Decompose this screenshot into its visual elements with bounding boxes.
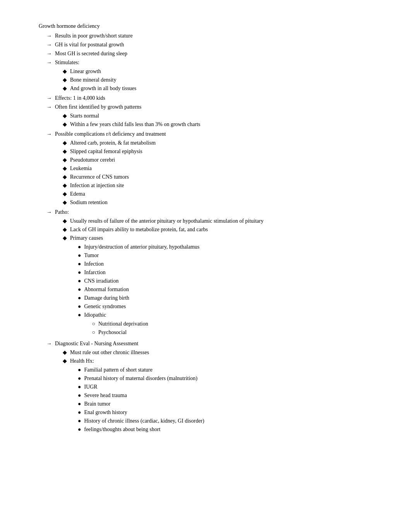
- item-text: GH is vital for postnatal growth: [55, 41, 380, 49]
- arrow-icon: →: [46, 41, 52, 49]
- list-item: ◆ Pseudotumor cerebri: [55, 156, 380, 164]
- list-item: ◆ Edema: [55, 190, 380, 198]
- item-text: Genetic syndromes: [84, 302, 380, 310]
- item-text: Lack of GH impairs ability to metabolize…: [70, 225, 380, 234]
- diamond-icon: ◆: [63, 164, 67, 172]
- diamond-icon: ◆: [63, 357, 67, 365]
- item-content: Primary causes ● Injury/destruction of a…: [70, 234, 380, 338]
- diamond-icon: ◆: [63, 112, 67, 120]
- list-item: ● feelings/thoughts about being short: [70, 425, 380, 433]
- list-item: → Often first identified by growth patte…: [39, 103, 380, 129]
- sub-list: ● Injury/destruction of anterior pituita…: [70, 243, 380, 337]
- item-text: Often first identified by growth pattern…: [55, 104, 142, 110]
- item-text: Pseudotumor cerebri: [70, 156, 380, 164]
- list-item: → GH is vital for postnatal growth: [39, 41, 380, 49]
- item-text: Brain tumor: [84, 400, 380, 408]
- item-text: Possible complications r/t deficiency an…: [55, 131, 166, 137]
- diamond-icon: ◆: [63, 120, 67, 128]
- item-text: Primary causes: [70, 235, 103, 241]
- item-text: Damage during birth: [84, 294, 380, 302]
- sub-list: ◆ Starts normal ◆ Within a few years chi…: [55, 112, 380, 128]
- sub-list: ◆ Usually results of failure of the ante…: [55, 217, 380, 338]
- item-text: Altered carb, protein, & fat metabolism: [70, 139, 380, 147]
- bullet-icon: ●: [78, 400, 81, 408]
- item-text: Psychosocial: [98, 328, 380, 336]
- diamond-icon: ◆: [63, 198, 67, 206]
- list-item: → Effects: 1 in 4,000 kids: [39, 94, 380, 102]
- bullet-icon: ●: [78, 294, 81, 302]
- list-item: ● Tumor: [70, 251, 380, 259]
- sub-list: ◆ Linear growth ◆ Bone mineral density ◆…: [55, 67, 380, 92]
- list-item: ◆ Recurrence of CNS tumors: [55, 173, 380, 181]
- item-text: Starts normal: [70, 112, 380, 120]
- bullet-icon: ●: [78, 383, 81, 391]
- item-content: Possible complications r/t deficiency an…: [55, 130, 380, 207]
- list-item: ◆ Health Hx: ● Familial pattern of short…: [55, 357, 380, 434]
- diamond-icon: ◆: [63, 67, 67, 75]
- item-text: Infection: [84, 260, 380, 268]
- item-text: Linear growth: [70, 67, 380, 75]
- bullet-icon: ●: [78, 243, 81, 251]
- list-item: ◆ Within a few years child falls less th…: [55, 120, 380, 128]
- item-content: Diagnostic Eval - Nursing Assessment ◆ M…: [55, 339, 380, 435]
- item-text: Stimulates:: [55, 60, 79, 65]
- bullet-icon: ●: [78, 277, 81, 285]
- list-item: ◆ Altered carb, protein, & fat metabolis…: [55, 139, 380, 147]
- list-item: ○ Psychosocial: [84, 328, 380, 336]
- list-item: ○ Nutritional deprivation: [84, 320, 380, 328]
- item-text: Edema: [70, 190, 380, 198]
- item-text: Tumor: [84, 251, 380, 259]
- item-text: Injury/destruction of anterior pituitary…: [84, 243, 380, 251]
- arrow-icon: →: [46, 103, 52, 111]
- list-item: ● IUGR: [70, 383, 380, 391]
- list-item: ● Infarction: [70, 268, 380, 276]
- item-text: Prenatal history of maternal disorders (…: [84, 374, 380, 382]
- page-title: Growth hormone deficiency: [39, 23, 380, 29]
- item-content: Often first identified by growth pattern…: [55, 103, 380, 129]
- sub-list: ◆ Altered carb, protein, & fat metabolis…: [55, 139, 380, 206]
- item-text: Enal growth history: [84, 408, 380, 416]
- diamond-icon: ◆: [63, 190, 67, 198]
- list-item: → Stimulates: ◆ Linear growth ◆ Bone min…: [39, 58, 380, 93]
- diamond-icon: ◆: [63, 225, 67, 234]
- bullet-icon: ●: [78, 260, 81, 268]
- sub-list: ○ Nutritional deprivation ○ Psychosocial: [84, 320, 380, 336]
- arrow-icon: →: [46, 32, 52, 40]
- bullet-icon: ●: [78, 285, 81, 293]
- item-text: Slipped capital femoral epiphysis: [70, 147, 380, 155]
- diamond-icon: ◆: [63, 173, 67, 181]
- item-text: CNS irradiation: [84, 277, 380, 285]
- list-item: ● Severe head trauma: [70, 391, 380, 399]
- item-text: Nutritional deprivation: [98, 320, 380, 328]
- item-text: Results in poor growth/short stature: [55, 32, 380, 40]
- list-item: ◆ Slipped capital femoral epiphysis: [55, 147, 380, 155]
- item-text: Severe head trauma: [84, 391, 380, 399]
- list-item: ◆ Infection at injection site: [55, 181, 380, 189]
- item-text: Sodium retention: [70, 198, 380, 206]
- arrow-icon: →: [46, 58, 52, 66]
- diamond-icon: ◆: [63, 217, 67, 225]
- item-text: Health Hx:: [70, 358, 94, 364]
- diamond-icon: ◆: [63, 147, 67, 155]
- arrow-icon: →: [46, 339, 52, 348]
- item-text: Within a few years child falls less than…: [70, 120, 380, 128]
- list-item: → Patho: ◆ Usually results of failure of…: [39, 208, 380, 339]
- diamond-icon: ◆: [63, 234, 67, 242]
- item-text: Must rule out other chronic illnesses: [70, 348, 380, 356]
- list-item: ● Damage during birth: [70, 294, 380, 302]
- list-item: ● Infection: [70, 260, 380, 268]
- list-item: ◆ Starts normal: [55, 112, 380, 120]
- diamond-icon: ◆: [63, 76, 67, 84]
- item-content: Idiopathic ○ Nutritional deprivation ○: [84, 311, 380, 337]
- list-item: ◆ And growth in all body tissues: [55, 84, 380, 92]
- bullet-icon: ●: [78, 311, 81, 319]
- list-item: → Results in poor growth/short stature: [39, 32, 380, 40]
- bullet-icon: ●: [78, 366, 81, 374]
- item-content: Health Hx: ● Familial pattern of short s…: [70, 357, 380, 434]
- arrow-icon: →: [46, 94, 52, 102]
- list-item: ● Idiopathic ○ Nutritional deprivation: [70, 311, 380, 337]
- bullet-icon: ●: [78, 425, 81, 433]
- item-text: Patho:: [55, 209, 69, 215]
- list-item: ● CNS irradiation: [70, 277, 380, 285]
- list-item: ◆ Bone mineral density: [55, 76, 380, 84]
